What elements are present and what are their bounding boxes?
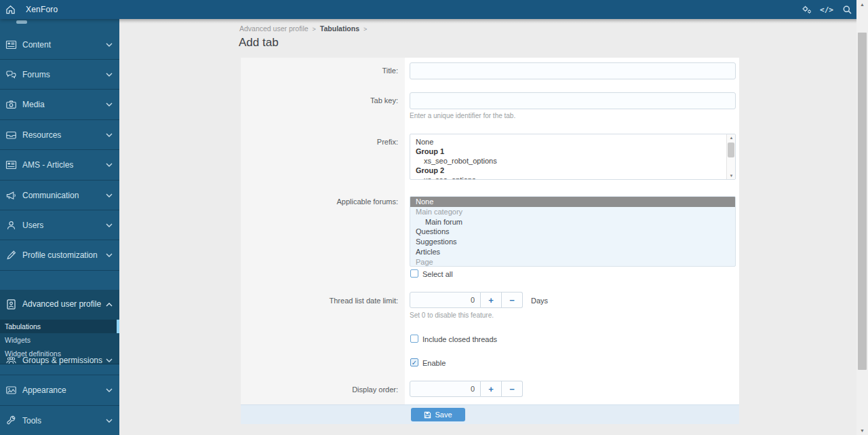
sidebar-item-content[interactable]: Content <box>0 30 119 60</box>
save-icon <box>424 411 431 419</box>
prefix-label: Prefix: <box>241 138 398 146</box>
prefix-option-xs-seo-robot-options[interactable]: xs_seo_robot_options <box>410 156 735 166</box>
prefix-option-clipped[interactable]: xs_seo_options <box>410 175 735 180</box>
breadcrumb-tabulations[interactable]: Tabulations <box>320 24 359 33</box>
prefix-optgroup-1: Group 1 <box>410 147 735 156</box>
breadcrumb-advanced-user-profile[interactable]: Advanced user profile <box>239 24 309 33</box>
sidebar-item-groups-permissions[interactable]: Groups & permissions <box>0 345 119 375</box>
tab-key-hint: Enter a unique identifier for the tab. <box>410 112 515 119</box>
megaphone-icon <box>5 189 17 201</box>
sidebar-item-users[interactable]: Users <box>0 210 119 240</box>
page-title: Add tab <box>239 36 279 50</box>
forum-option-main-forum[interactable]: Main forum <box>410 217 735 227</box>
thread-limit-hint: Set 0 to disable this feature. <box>410 311 494 319</box>
partial-scrolled-item <box>16 20 27 24</box>
top-bar: XenForo </> <box>0 0 868 19</box>
search-icon[interactable] <box>837 0 857 19</box>
display-order-label: Display order: <box>241 385 398 394</box>
sidebar-subitem-widgets[interactable]: Widgets <box>0 333 119 347</box>
increment-button[interactable]: + <box>481 381 502 397</box>
days-unit-label: Days <box>531 297 548 305</box>
display-order-stepper: + − <box>410 381 523 397</box>
sidebar-item-profile-customization[interactable]: Profile customization <box>0 240 119 271</box>
forum-option-page[interactable]: Page <box>410 257 735 267</box>
chevron-down-icon <box>106 43 113 47</box>
user-icon <box>5 219 17 231</box>
increment-button[interactable]: + <box>481 292 502 308</box>
enable-checkbox[interactable]: ✓ <box>410 358 418 366</box>
title-input[interactable] <box>410 62 736 79</box>
image-icon <box>5 385 17 396</box>
sidebar-item-communication[interactable]: Communication <box>0 181 119 210</box>
breadcrumb-separator: > <box>313 26 316 33</box>
form-label-column <box>241 58 405 404</box>
sidebar-item-tools[interactable]: Tools <box>0 406 119 435</box>
prefix-list-scrollbar[interactable]: ▲ ▼ <box>726 134 735 179</box>
save-button[interactable]: Save <box>411 408 465 421</box>
sidebar-item-ams-articles[interactable]: AMS - Articles <box>0 150 119 181</box>
group-icon <box>5 354 17 366</box>
chevron-down-icon <box>106 419 113 423</box>
sidebar-item-forums[interactable]: Forums <box>0 60 119 90</box>
brand-logo[interactable]: XenForo <box>26 5 58 14</box>
chevron-down-icon <box>106 223 113 227</box>
scrollbar-thumb[interactable] <box>728 143 734 157</box>
chevron-down-icon <box>106 133 113 137</box>
gears-icon[interactable] <box>796 0 816 19</box>
chevron-down-icon <box>106 102 113 107</box>
chevron-down-icon <box>106 253 113 257</box>
tab-key-input[interactable] <box>410 92 736 109</box>
scrollbar-thumb[interactable] <box>858 33 867 370</box>
scroll-down-icon[interactable]: ▼ <box>727 174 736 178</box>
include-closed-threads-checkbox[interactable] <box>410 335 418 343</box>
sidebar-item-advanced-user-profile[interactable]: Advanced user profile <box>0 290 119 320</box>
display-order-input[interactable] <box>410 381 481 397</box>
scroll-down-icon[interactable]: ▼ <box>856 428 868 433</box>
camera-icon <box>5 99 17 111</box>
title-label: Title: <box>241 67 398 75</box>
thread-limit-input[interactable] <box>410 292 481 308</box>
sidebar-item-media[interactable]: Media <box>0 90 119 120</box>
applicable-forums-list[interactable]: None Main category Main forum Questions … <box>410 196 736 267</box>
page-scrollbar[interactable]: ▲ ▼ <box>856 0 868 435</box>
sidebar-item-resources[interactable]: Resources <box>0 120 119 150</box>
applicable-forums-label: Applicable forums: <box>241 197 398 206</box>
forums-icon <box>5 69 17 80</box>
prefix-option-none[interactable]: None <box>410 137 735 147</box>
wrench-icon <box>5 415 17 426</box>
chevron-down-icon <box>106 388 113 392</box>
content-icon <box>5 39 17 50</box>
select-all-label: Select all <box>422 270 453 278</box>
chevron-down-icon <box>106 73 113 77</box>
chevron-down-icon <box>106 358 113 362</box>
tab-key-label: Tab key: <box>241 96 398 105</box>
admin-page: XenForo </> Content Forums <box>0 0 868 435</box>
scroll-up-icon[interactable]: ▲ <box>856 2 868 7</box>
paintbrush-icon <box>5 250 17 261</box>
sidebar-item-appearance[interactable]: Appearance <box>0 375 119 406</box>
home-icon[interactable] <box>0 0 20 19</box>
thread-list-date-limit-label: Thread list date limit: <box>241 297 398 305</box>
prefix-select-list[interactable]: None Group 1 xs_seo_robot_options Group … <box>410 134 736 180</box>
include-closed-threads-label: Include closed threads <box>422 335 497 343</box>
add-tab-form: Title: Tab key: Enter a unique identifie… <box>241 58 739 424</box>
forum-option-main-category[interactable]: Main category <box>410 207 735 217</box>
code-icon[interactable]: </> <box>816 0 837 19</box>
select-all-checkbox[interactable] <box>410 269 418 278</box>
chevron-up-icon <box>106 303 113 307</box>
forum-option-articles[interactable]: Articles <box>410 247 735 257</box>
scroll-up-icon[interactable]: ▲ <box>727 136 736 140</box>
profile-document-icon <box>5 299 17 310</box>
decrement-button[interactable]: − <box>502 381 523 397</box>
resources-icon <box>5 129 17 140</box>
sidebar-subitem-tabulations[interactable]: Tabulations <box>0 320 119 333</box>
decrement-button[interactable]: − <box>502 292 523 308</box>
header-shadow <box>119 19 856 23</box>
forum-option-questions[interactable]: Questions <box>410 227 735 237</box>
forum-option-none[interactable]: None <box>410 197 735 207</box>
thread-limit-stepper: + − <box>410 292 523 308</box>
forum-option-suggestions[interactable]: Suggestions <box>410 237 735 247</box>
chevron-down-icon <box>106 193 113 197</box>
breadcrumb-separator: > <box>363 26 367 33</box>
articles-icon <box>5 159 17 171</box>
